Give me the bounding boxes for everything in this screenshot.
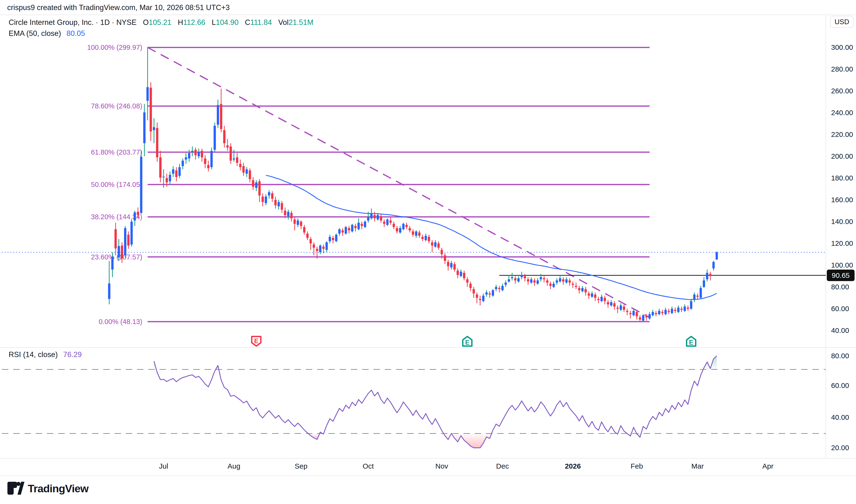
price-tick-label: 200.00: [831, 152, 853, 160]
candle-body: [281, 203, 283, 210]
candle-body: [553, 284, 555, 287]
fib-label: 0.00% (48.13): [99, 318, 142, 325]
candle-body: [274, 200, 277, 205]
candle-body: [278, 202, 280, 206]
candle-body: [306, 234, 309, 238]
candle-body: [521, 275, 523, 277]
ema-50-line[interactable]: [266, 176, 717, 300]
symbol-legend[interactable]: Circle Internet Group, Inc. · 1D · NYSE …: [8, 18, 313, 27]
candle-body: [543, 278, 545, 280]
price-tick-label: 80.00: [831, 283, 849, 291]
candle-body: [364, 222, 366, 227]
candle-body: [495, 287, 497, 289]
candle-body: [294, 219, 296, 224]
candle-body: [600, 297, 603, 301]
high-key: H: [178, 18, 183, 26]
candle-body: [197, 152, 200, 156]
candle-body: [556, 281, 558, 283]
candle-body: [201, 151, 203, 157]
candle-body: [527, 279, 529, 282]
rsi-legend[interactable]: RSI (14, close) 76.29: [8, 350, 82, 359]
candle-body: [639, 317, 641, 320]
candle-body: [479, 299, 482, 300]
time-axis-label: Aug: [228, 462, 240, 470]
candle-body: [511, 277, 513, 278]
time-axis-label: Sep: [295, 462, 307, 470]
rsi-axis[interactable]: 80.0060.0040.0020.00: [831, 352, 849, 452]
symbol-title: Circle Internet Group, Inc.: [8, 18, 94, 26]
candle-body: [706, 273, 709, 279]
candle-body: [501, 286, 504, 290]
candle-body: [664, 310, 667, 314]
candle-body: [703, 281, 705, 287]
candle-body: [115, 229, 117, 248]
candle-body: [629, 313, 632, 314]
chart-canvas[interactable]: 100.00% (299.97)78.60% (246.08)61.80% (2…: [0, 0, 856, 504]
candle-body: [271, 193, 274, 199]
candle-body: [239, 164, 242, 167]
price-tick-label: 260.00: [831, 87, 853, 95]
candle-body: [377, 215, 379, 219]
candle-body: [492, 290, 494, 296]
candle-body: [322, 247, 325, 249]
rsi-tick-label: 60.00: [831, 381, 849, 389]
candle-body: [162, 177, 165, 177]
candle-body: [118, 246, 120, 257]
price-tick-label: 280.00: [831, 65, 853, 73]
price-pane[interactable]: 100.00% (299.97)78.60% (246.08)61.80% (2…: [2, 43, 826, 325]
candle-body: [191, 151, 193, 152]
downtrend-line[interactable]: [147, 48, 649, 317]
fib-label: 50.00% (174.05): [91, 181, 142, 188]
candle-body: [514, 278, 517, 281]
candle-body: [175, 170, 178, 177]
candle-body: [121, 246, 123, 258]
candle-body: [658, 311, 660, 314]
time-axis-label: Feb: [631, 462, 643, 470]
fibonacci-retracement[interactable]: 100.00% (299.97)78.60% (246.08)61.80% (2…: [87, 43, 650, 325]
candle-body: [441, 250, 443, 254]
candle-body: [690, 301, 693, 309]
candle-body: [255, 182, 258, 188]
candle-body: [348, 228, 350, 230]
candle-body: [380, 216, 382, 220]
candle-body: [383, 222, 385, 224]
candle-body: [210, 151, 213, 167]
time-axis[interactable]: JulAugSepOctNovDec2026FebMarApr: [159, 462, 774, 470]
price-tick-label: 240.00: [831, 109, 853, 116]
candle-body: [460, 272, 462, 276]
close-value: 111.84: [250, 18, 272, 26]
candle-body: [572, 284, 574, 285]
candle-body: [466, 279, 469, 283]
candle-body: [220, 104, 222, 129]
candle-body: [447, 262, 449, 266]
candle-body: [498, 288, 501, 289]
candle-body: [709, 274, 712, 276]
price-tick-label: 60.00: [831, 305, 849, 312]
candle-body: [214, 126, 216, 150]
candle-body: [667, 311, 670, 312]
candle-body: [584, 289, 587, 292]
candle-body: [623, 307, 625, 310]
price-axis[interactable]: 300.00280.00260.00240.00220.00200.00180.…: [831, 43, 853, 334]
tradingview-logo-text: TradingView: [28, 483, 88, 495]
candle-body: [284, 211, 286, 215]
candle-body: [370, 214, 373, 218]
time-axis-label: Apr: [762, 462, 774, 470]
candle-body: [482, 295, 485, 301]
candle-body: [549, 284, 552, 286]
candle-body: [226, 145, 229, 148]
candle-body: [405, 225, 408, 227]
candle-body: [559, 278, 561, 282]
tradingview-logo[interactable]: TradingView: [7, 481, 88, 497]
rsi-tick-label: 80.00: [831, 352, 849, 360]
candle-body: [332, 238, 334, 240]
candle-body: [153, 127, 155, 130]
candle-body: [185, 158, 187, 160]
candle-body: [632, 311, 635, 315]
currency-button[interactable]: USD: [830, 16, 854, 28]
ema-legend[interactable]: EMA (50, close) 80.05: [8, 29, 85, 38]
candle-body: [680, 309, 683, 310]
candle-body: [473, 289, 475, 293]
price-tick-label: 300.00: [831, 43, 853, 51]
rsi-pane[interactable]: [2, 356, 826, 448]
